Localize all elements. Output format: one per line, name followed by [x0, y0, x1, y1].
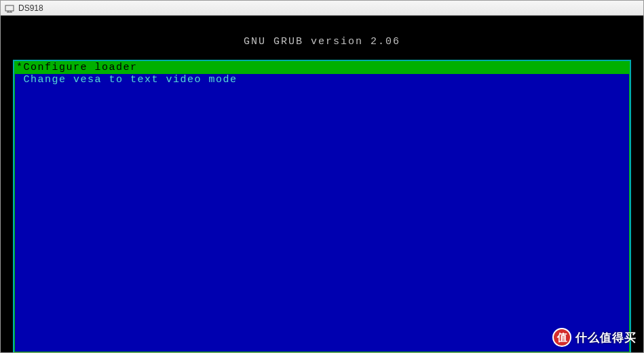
- grub-menu-item-selected[interactable]: *Configure loader: [15, 62, 629, 74]
- title-bar[interactable]: DS918: [1, 1, 643, 16]
- window-title: DS918: [18, 3, 43, 13]
- vm-window: DS918 GNU GRUB version 2.06 *Configure l…: [0, 0, 644, 353]
- watermark-text: 什么值得买: [575, 330, 637, 346]
- menu-marker: [16, 74, 24, 86]
- grub-menu-box: *Configure loader Change vesa to text vi…: [13, 60, 631, 352]
- monitor-icon: [5, 4, 14, 12]
- console-area[interactable]: GNU GRUB version 2.06 *Configure loader …: [1, 16, 643, 352]
- grub-menu-item[interactable]: Change vesa to text video mode: [15, 74, 629, 86]
- watermark: 值 什么值得买: [552, 328, 637, 347]
- menu-label: Configure loader: [24, 62, 138, 73]
- menu-label: Change vesa to text video mode: [24, 74, 238, 86]
- svg-rect-0: [5, 5, 14, 11]
- grub-menu-inner: *Configure loader Change vesa to text vi…: [14, 61, 630, 352]
- grub-version-header: GNU GRUB version 2.06: [1, 16, 643, 60]
- watermark-badge-icon: 值: [552, 328, 571, 347]
- menu-marker: *: [16, 62, 24, 73]
